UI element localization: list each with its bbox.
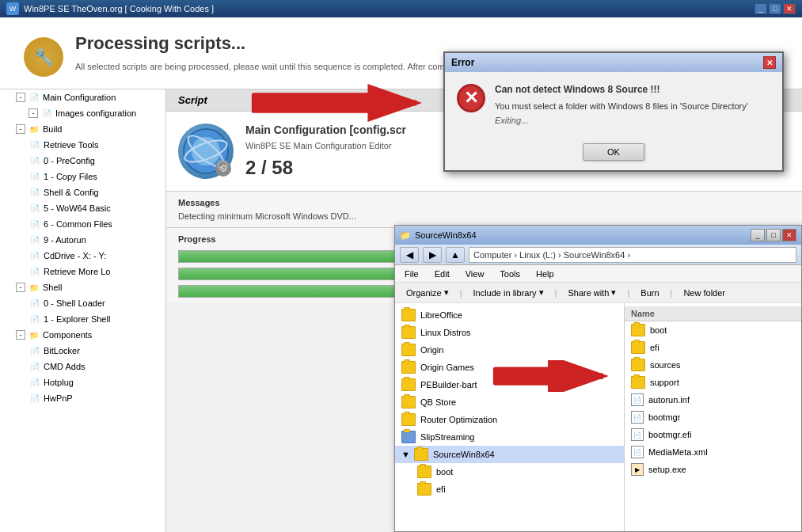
- fe-address-bar[interactable]: Computer › Linux (L:) › SourceWin8x64 ›: [469, 247, 796, 263]
- folder-icon: [417, 466, 431, 478]
- fe-content: LibreOffice Linux Distros Origin Origin …: [395, 303, 801, 531]
- error-text: Can not detect Windows 8 Source !!! You …: [495, 84, 770, 125]
- sidebar-item-shell-loader[interactable]: 📄 0 - Shell Loader: [0, 295, 165, 311]
- sidebar-item-retrieve-more[interactable]: 📄 Retrieve More Lo: [0, 264, 165, 279]
- fe-menu-view[interactable]: View: [462, 268, 488, 279]
- folder-icon: [401, 431, 416, 443]
- list-item[interactable]: LibreOffice: [395, 306, 624, 324]
- sidebar-item-components[interactable]: - 📁 Components: [0, 327, 165, 343]
- folder-icon: [631, 359, 645, 371]
- fe-menu-edit[interactable]: Edit: [431, 268, 453, 279]
- file-icon: 📄: [631, 411, 644, 424]
- list-item[interactable]: PEBuilder-bart: [395, 376, 624, 393]
- item-label: QB Store: [420, 397, 456, 407]
- list-item[interactable]: 📄 bootmgr.efi: [625, 426, 801, 443]
- list-item-selected[interactable]: ▼ SourceWin8x64: [395, 446, 624, 463]
- fe-back-btn[interactable]: ◀: [400, 247, 419, 263]
- list-item[interactable]: Origin Games: [395, 359, 624, 376]
- fe-minimize-btn[interactable]: _: [751, 229, 765, 241]
- fe-close-btn[interactable]: ✕: [782, 229, 796, 241]
- sidebar-item-common-files[interactable]: 📄 6 - Common Files: [0, 216, 165, 232]
- fe-menu-file[interactable]: File: [401, 268, 422, 279]
- error-close-button[interactable]: ✕: [763, 56, 776, 69]
- messages-text: Detecting minimum Microsoft Windows DVD.…: [178, 211, 790, 221]
- item-label: bootmgr: [648, 412, 680, 422]
- list-item[interactable]: 📄 MediaMeta.xml: [625, 443, 801, 461]
- sidebar-item-retrieve-tools[interactable]: 📄 Retrieve Tools: [0, 137, 165, 153]
- sidebar-label: 1 - Copy Files: [44, 172, 97, 181]
- sidebar-item-bitlocker[interactable]: 📄 BitLocker: [0, 343, 165, 359]
- item-icon: 📄: [29, 376, 41, 389]
- fe-menu-tools[interactable]: Tools: [496, 268, 523, 279]
- share-with-label: Share with: [568, 288, 609, 298]
- sidebar-item-main-config[interactable]: - 📄 Main Configuration: [0, 89, 165, 105]
- list-item[interactable]: boot: [625, 321, 801, 339]
- sidebar-item-shell-config[interactable]: 📄 Shell & Config: [0, 184, 165, 200]
- messages-label: Messages: [178, 198, 790, 207]
- item-icon: 📄: [29, 392, 41, 405]
- organize-dropdown-icon: ▾: [444, 287, 449, 298]
- list-item[interactable]: ▶ setup.exe: [625, 461, 801, 478]
- fe-new-folder-btn[interactable]: New folder: [678, 286, 730, 300]
- list-item[interactable]: support: [625, 374, 801, 391]
- fe-menu-help[interactable]: Help: [533, 268, 557, 279]
- item-label: Origin: [420, 345, 443, 355]
- expand-icon[interactable]: -: [16, 124, 25, 134]
- sidebar-item-copy-files[interactable]: 📄 1 - Copy Files: [0, 169, 165, 184]
- sidebar-item-shell[interactable]: - 📁 Shell: [0, 279, 165, 295]
- list-item[interactable]: Origin: [395, 341, 624, 359]
- sidebar-item-build[interactable]: - 📁 Build: [0, 121, 165, 137]
- item-icon: 📄: [29, 139, 41, 151]
- fe-burn-btn[interactable]: Burn: [636, 286, 663, 300]
- folder-icon: [401, 309, 416, 321]
- error-line2: You must select a folder with Windows 8 …: [495, 101, 770, 111]
- item-icon: 📄: [29, 218, 41, 230]
- list-item[interactable]: sources: [625, 356, 801, 374]
- list-item[interactable]: Linux Distros: [395, 324, 624, 341]
- list-item[interactable]: efi: [625, 339, 801, 356]
- sidebar-label: CMD Adds: [44, 362, 86, 371]
- fe-organize-btn[interactable]: Organize ▾: [401, 285, 454, 300]
- sidebar-item-autorun[interactable]: 📄 9 - Autorun: [0, 232, 165, 248]
- expand-icon[interactable]: -: [29, 108, 38, 118]
- item-label: SourceWin8x64: [433, 450, 495, 459]
- ok-button[interactable]: OK: [583, 143, 644, 161]
- expand-icon[interactable]: -: [16, 330, 25, 340]
- list-item[interactable]: Router Optimization: [395, 411, 624, 428]
- close-button[interactable]: ✕: [783, 3, 796, 14]
- expand-icon[interactable]: -: [16, 93, 25, 102]
- fe-forward-btn[interactable]: ▶: [423, 247, 442, 263]
- expand-icon[interactable]: -: [16, 283, 25, 292]
- list-item[interactable]: 📄 autorun.inf: [625, 391, 801, 408]
- sidebar-label: Hotplug: [44, 378, 74, 387]
- sidebar-label: 6 - Common Files: [44, 219, 112, 229]
- fe-share-with-btn[interactable]: Share with ▾: [563, 285, 621, 300]
- sidebar-item-wow64[interactable]: 📄 5 - WoW64 Basic: [0, 200, 165, 216]
- fe-up-btn[interactable]: ▲: [446, 247, 465, 263]
- sidebar-item-preconfig[interactable]: 📄 0 - PreConfig: [0, 153, 165, 169]
- fe-folder-icon-small: 📁: [400, 230, 411, 241]
- sidebar-item-images-config[interactable]: - 📄 Images configuration: [0, 105, 165, 121]
- list-item[interactable]: efi: [395, 481, 624, 498]
- list-item[interactable]: 📄 bootmgr: [625, 408, 801, 426]
- file-icon: 📄: [631, 428, 644, 441]
- fe-maximize-btn[interactable]: □: [766, 229, 781, 241]
- error-line1: Can not detect Windows 8 Source !!!: [495, 84, 770, 95]
- sidebar-item-cmd-adds[interactable]: 📄 CMD Adds: [0, 359, 165, 374]
- item-label: Router Optimization: [420, 415, 497, 424]
- sidebar-label: Build: [43, 124, 62, 134]
- sidebar-item-hwpnp[interactable]: 📄 HwPnP: [0, 390, 165, 406]
- sidebar-item-hotplug[interactable]: 📄 Hotplug: [0, 374, 165, 390]
- fe-include-library-btn[interactable]: Include in library ▾: [469, 285, 549, 300]
- fe-sep-3: |: [627, 288, 629, 298]
- fe-title-bar: 📁 SourceWin8x64 _ □ ✕: [395, 226, 801, 245]
- list-item[interactable]: QB Store: [395, 393, 624, 411]
- minimize-button[interactable]: _: [754, 3, 767, 14]
- sidebar-item-cddrive[interactable]: 📄 CdDrive - X: - Y:: [0, 248, 165, 264]
- folder-icon: [401, 344, 416, 356]
- sidebar-item-explorer-shell[interactable]: 📄 1 - Explorer Shell: [0, 311, 165, 327]
- list-item[interactable]: boot: [395, 463, 624, 481]
- maximize-button[interactable]: □: [769, 3, 781, 14]
- list-item[interactable]: SlipStreaming: [395, 428, 624, 446]
- item-label: SlipStreaming: [420, 432, 474, 442]
